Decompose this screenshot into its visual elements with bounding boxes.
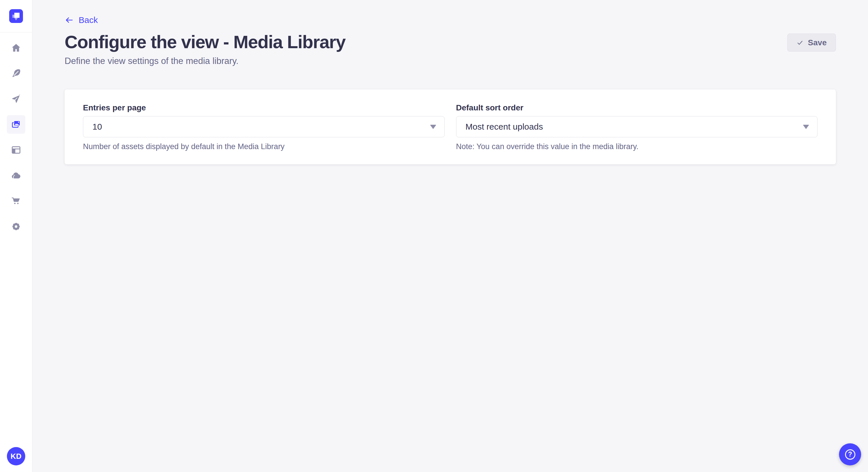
save-button[interactable]: Save	[787, 34, 836, 52]
page-title: Configure the view - Media Library	[65, 33, 836, 51]
sidebar-header	[0, 0, 32, 32]
sidebar-nav	[0, 32, 32, 447]
default-sort-order-value: Most recent uploads	[466, 122, 543, 132]
page-subtitle: Define the view settings of the media li…	[65, 56, 836, 67]
entries-per-page-label: Entries per page	[83, 103, 445, 112]
sidebar-item-marketplace[interactable]	[7, 192, 25, 210]
chevron-down-icon	[430, 125, 436, 129]
sidebar-item-media-library[interactable]	[7, 115, 25, 134]
sidebar-item-content-type-builder[interactable]	[7, 141, 25, 159]
settings-gear-icon	[11, 222, 21, 232]
entries-per-page-select[interactable]: 10	[83, 116, 445, 137]
entries-per-page-hint: Number of assets displayed by default in…	[83, 142, 445, 151]
sidebar: KD	[0, 0, 32, 472]
default-sort-order-select[interactable]: Most recent uploads	[456, 116, 818, 137]
arrow-left-icon	[65, 15, 74, 25]
sidebar-item-home[interactable]	[7, 39, 25, 57]
sidebar-item-releases[interactable]	[7, 90, 25, 108]
sidebar-item-cloud[interactable]	[7, 166, 25, 185]
chevron-down-icon	[803, 125, 809, 129]
back-link[interactable]: Back	[65, 15, 98, 25]
marketplace-cart-icon	[11, 196, 21, 206]
default-sort-order-hint: Note: You can override this value in the…	[456, 142, 818, 151]
main-content: Back Configure the view - Media Library …	[32, 0, 868, 472]
default-sort-order-field: Default sort order Most recent uploads N…	[456, 103, 818, 151]
content-type-builder-icon	[11, 145, 21, 155]
check-icon	[797, 39, 803, 46]
home-icon	[11, 43, 21, 53]
question-mark-icon: ?	[845, 449, 856, 460]
view-settings-card: Entries per page 10 Number of assets dis…	[65, 90, 836, 164]
cloud-icon	[11, 170, 21, 181]
user-avatar[interactable]: KD	[7, 447, 25, 465]
back-label: Back	[79, 15, 98, 25]
save-button-label: Save	[808, 38, 827, 47]
strapi-logo[interactable]	[9, 9, 23, 23]
media-library-icon	[11, 119, 21, 130]
help-button[interactable]: ?	[839, 443, 861, 465]
entries-per-page-field: Entries per page 10 Number of assets dis…	[83, 103, 445, 151]
sidebar-item-settings[interactable]	[7, 217, 25, 236]
content-manager-feather-icon	[11, 68, 21, 78]
default-sort-order-label: Default sort order	[456, 103, 818, 112]
entries-per-page-value: 10	[92, 122, 102, 132]
sidebar-item-content-manager[interactable]	[7, 64, 25, 82]
paper-plane-icon	[11, 94, 21, 104]
strapi-logo-icon	[9, 9, 23, 23]
